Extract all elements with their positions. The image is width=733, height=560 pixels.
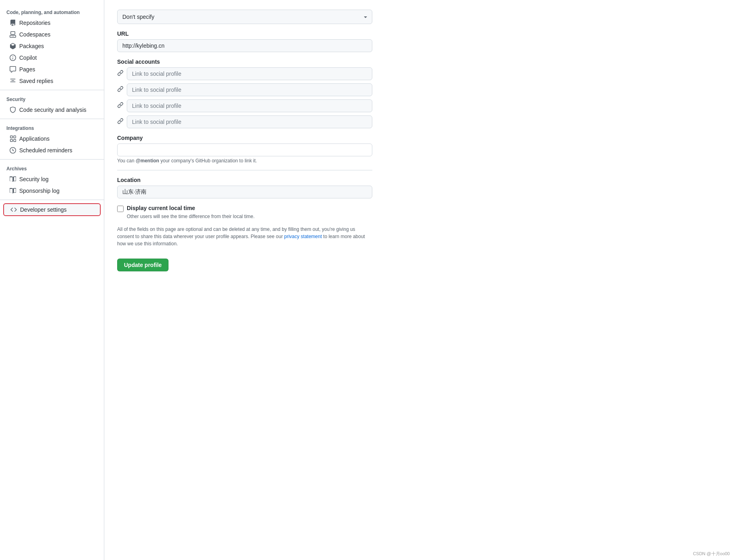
social-row-4 (117, 115, 372, 128)
sidebar-section-code: Code, planning, and automation (0, 6, 104, 17)
clock-icon (10, 147, 16, 154)
sidebar-item-label-sponsorship-log: Sponsorship log (19, 188, 59, 194)
bottom-note: All of the fields on this page are optio… (117, 226, 372, 247)
company-section: Company You can @mention your company's … (117, 135, 372, 164)
copilot-icon (10, 55, 16, 61)
company-help: You can @mention your company's GitHub o… (117, 158, 372, 164)
divider-2 (0, 119, 104, 119)
social-row-2 (117, 83, 372, 96)
sidebar-item-label-code-security: Code security and analysis (19, 107, 86, 113)
sidebar-section-integrations: Integrations (0, 122, 104, 133)
main-content: Don't specify he/him she/her they/them U… (104, 0, 385, 560)
company-label: Company (117, 135, 372, 141)
apps-icon (10, 135, 16, 142)
pages-icon (10, 66, 16, 73)
watermark: CSDN @十月oo00 (693, 551, 730, 557)
pronoun-section: Don't specify he/him she/her they/them (117, 10, 372, 24)
sidebar-item-label-scheduled-reminders: Scheduled reminders (19, 147, 72, 154)
link-icon-2 (117, 86, 124, 94)
sidebar-item-label-saved-replies: Saved replies (19, 78, 53, 84)
sidebar-item-label-copilot: Copilot (19, 55, 37, 61)
sidebar-item-label-developer-settings: Developer settings (20, 206, 67, 213)
location-label: Location (117, 177, 372, 183)
sidebar-item-label-pages: Pages (19, 66, 35, 73)
sidebar-section-security: Security (0, 93, 104, 104)
divider-1 (0, 90, 104, 90)
sidebar-item-label-applications: Applications (19, 135, 50, 142)
display-time-row: Display current local time (117, 205, 372, 212)
display-time-label: Display current local time (127, 205, 195, 211)
location-section: Location (117, 177, 372, 198)
pronoun-select[interactable]: Don't specify he/him she/her they/them (117, 10, 372, 24)
sidebar-item-repositories[interactable]: Repositories (3, 17, 101, 28)
display-time-checkbox[interactable] (117, 206, 124, 212)
url-input[interactable] (117, 39, 372, 52)
sidebar-item-applications[interactable]: Applications (3, 133, 101, 144)
sidebar-item-copilot[interactable]: Copilot (3, 52, 101, 63)
divider-3 (0, 159, 104, 160)
social-row-1 (117, 67, 372, 80)
sidebar-item-security-log[interactable]: Security log (3, 174, 101, 185)
sidebar-item-scheduled-reminders[interactable]: Scheduled reminders (3, 145, 101, 156)
company-input[interactable] (117, 144, 372, 156)
package-icon (10, 43, 16, 49)
sidebar-item-label-security-log: Security log (19, 176, 49, 182)
sidebar-item-label-repositories: Repositories (19, 20, 51, 26)
sidebar-item-developer-settings[interactable]: Developer settings (3, 203, 101, 216)
section-divider (117, 170, 372, 170)
url-section: URL (117, 30, 372, 52)
link-icon-4 (117, 118, 124, 126)
display-time-section: Display current local time Other users w… (117, 205, 372, 219)
social-input-3[interactable] (127, 99, 372, 112)
social-accounts-label: Social accounts (117, 59, 372, 65)
update-profile-button[interactable]: Update profile (117, 259, 169, 271)
sponsorship-log-icon (10, 188, 16, 194)
url-label: URL (117, 30, 372, 37)
social-accounts-section: Social accounts (117, 59, 372, 128)
location-input[interactable] (117, 186, 372, 198)
repo-icon (10, 20, 16, 26)
sidebar-item-sponsorship-log[interactable]: Sponsorship log (3, 185, 101, 196)
sidebar-item-pages[interactable]: Pages (3, 64, 101, 75)
sidebar: Code, planning, and automation Repositor… (0, 0, 104, 560)
code-icon (10, 206, 17, 213)
sidebar-item-label-packages: Packages (19, 43, 44, 49)
link-icon-1 (117, 70, 124, 78)
codespaces-icon (10, 31, 16, 38)
sidebar-item-saved-replies[interactable]: Saved replies (3, 75, 101, 87)
divider-4 (0, 200, 104, 200)
security-log-icon (10, 176, 16, 182)
link-icon-3 (117, 102, 124, 110)
privacy-statement-link[interactable]: privacy statement (284, 234, 322, 239)
sidebar-item-label-codespaces: Codespaces (19, 31, 51, 38)
sidebar-item-packages[interactable]: Packages (3, 40, 101, 52)
shield-icon (10, 107, 16, 113)
sidebar-section-archives: Archives (0, 163, 104, 173)
sidebar-item-codespaces[interactable]: Codespaces (3, 29, 101, 40)
social-input-4[interactable] (127, 115, 372, 128)
saved-replies-icon (10, 78, 16, 84)
sidebar-item-code-security[interactable]: Code security and analysis (3, 104, 101, 115)
social-row-3 (117, 99, 372, 112)
display-time-help: Other users will see the time difference… (117, 214, 372, 219)
social-input-2[interactable] (127, 83, 372, 96)
social-input-1[interactable] (127, 67, 372, 80)
